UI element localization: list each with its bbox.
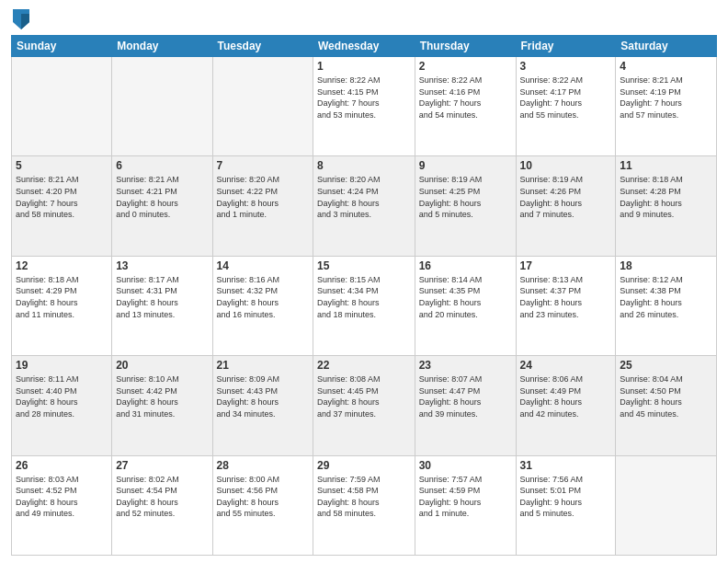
calendar-cell [616,455,717,555]
day-info: Sunrise: 8:03 AM Sunset: 4:52 PM Dayligh… [16,474,108,520]
calendar-page: SundayMondayTuesdayWednesdayThursdayFrid… [0,0,728,563]
day-number: 22 [317,359,411,372]
day-number: 1 [317,60,411,73]
calendar-cell: 24Sunrise: 8:06 AM Sunset: 4:49 PM Dayli… [516,356,616,455]
day-info: Sunrise: 7:56 AM Sunset: 5:01 PM Dayligh… [520,474,612,520]
day-number: 28 [217,459,309,472]
calendar-cell: 18Sunrise: 8:12 AM Sunset: 4:38 PM Dayli… [616,256,717,355]
day-number: 4 [620,60,712,73]
day-number: 12 [16,259,108,272]
day-number: 13 [116,259,208,272]
day-info: Sunrise: 8:17 AM Sunset: 4:31 PM Dayligh… [116,274,208,320]
calendar-cell: 8Sunrise: 8:20 AM Sunset: 4:24 PM Daylig… [313,156,415,256]
calendar-cell: 21Sunrise: 8:09 AM Sunset: 4:43 PM Dayli… [212,356,313,455]
day-number: 17 [520,259,612,272]
day-info: Sunrise: 8:20 AM Sunset: 4:22 PM Dayligh… [217,174,309,220]
day-header-wednesday: Wednesday [313,36,415,57]
calendar-cell: 10Sunrise: 8:19 AM Sunset: 4:26 PM Dayli… [516,156,616,256]
day-number: 3 [520,60,612,73]
day-info: Sunrise: 8:18 AM Sunset: 4:28 PM Dayligh… [620,174,712,220]
day-number: 10 [520,159,612,172]
day-number: 25 [620,359,712,372]
calendar-cell [212,57,313,156]
day-number: 24 [520,359,612,372]
calendar-cell: 26Sunrise: 8:03 AM Sunset: 4:52 PM Dayli… [12,455,112,555]
calendar-cell: 1Sunrise: 8:22 AM Sunset: 4:15 PM Daylig… [313,57,415,156]
calendar-cell: 11Sunrise: 8:18 AM Sunset: 4:28 PM Dayli… [616,156,717,256]
day-info: Sunrise: 8:10 AM Sunset: 4:42 PM Dayligh… [116,373,208,419]
day-info: Sunrise: 8:21 AM Sunset: 4:20 PM Dayligh… [16,174,108,220]
day-number: 6 [116,159,208,172]
day-info: Sunrise: 8:22 AM Sunset: 4:15 PM Dayligh… [317,75,411,121]
calendar-cell: 3Sunrise: 8:22 AM Sunset: 4:17 PM Daylig… [516,57,616,156]
day-info: Sunrise: 8:19 AM Sunset: 4:25 PM Dayligh… [419,174,512,220]
day-number: 8 [317,159,411,172]
day-info: Sunrise: 8:09 AM Sunset: 4:43 PM Dayligh… [217,373,309,419]
day-info: Sunrise: 8:13 AM Sunset: 4:37 PM Dayligh… [520,274,612,320]
day-info: Sunrise: 8:22 AM Sunset: 4:17 PM Dayligh… [520,75,612,121]
calendar-cell [12,57,112,156]
day-info: Sunrise: 8:04 AM Sunset: 4:50 PM Dayligh… [620,373,712,419]
week-row-1: 1Sunrise: 8:22 AM Sunset: 4:15 PM Daylig… [12,57,717,156]
calendar-cell: 20Sunrise: 8:10 AM Sunset: 4:42 PM Dayli… [112,356,212,455]
calendar-cell [112,57,212,156]
day-number: 26 [16,459,108,472]
header [11,9,717,29]
day-info: Sunrise: 8:08 AM Sunset: 4:45 PM Dayligh… [317,373,411,419]
day-info: Sunrise: 8:20 AM Sunset: 4:24 PM Dayligh… [317,174,411,220]
calendar-cell: 2Sunrise: 8:22 AM Sunset: 4:16 PM Daylig… [415,57,516,156]
day-info: Sunrise: 8:00 AM Sunset: 4:56 PM Dayligh… [217,474,309,520]
day-number: 14 [217,259,309,272]
day-number: 5 [16,159,108,172]
day-info: Sunrise: 8:06 AM Sunset: 4:49 PM Dayligh… [520,373,612,419]
day-info: Sunrise: 8:02 AM Sunset: 4:54 PM Dayligh… [116,474,208,520]
day-info: Sunrise: 8:14 AM Sunset: 4:35 PM Dayligh… [419,274,512,320]
day-info: Sunrise: 8:12 AM Sunset: 4:38 PM Dayligh… [620,274,712,320]
calendar-cell: 14Sunrise: 8:16 AM Sunset: 4:32 PM Dayli… [212,256,313,355]
calendar-cell: 17Sunrise: 8:13 AM Sunset: 4:37 PM Dayli… [516,256,616,355]
calendar-cell: 13Sunrise: 8:17 AM Sunset: 4:31 PM Dayli… [112,256,212,355]
day-info: Sunrise: 8:18 AM Sunset: 4:29 PM Dayligh… [16,274,108,320]
day-header-friday: Friday [516,36,616,57]
day-number: 7 [217,159,309,172]
calendar-cell: 27Sunrise: 8:02 AM Sunset: 4:54 PM Dayli… [112,455,212,555]
calendar-cell: 22Sunrise: 8:08 AM Sunset: 4:45 PM Dayli… [313,356,415,455]
day-info: Sunrise: 8:19 AM Sunset: 4:26 PM Dayligh… [520,174,612,220]
calendar-cell: 7Sunrise: 8:20 AM Sunset: 4:22 PM Daylig… [212,156,313,256]
day-header-saturday: Saturday [616,36,717,57]
day-info: Sunrise: 8:22 AM Sunset: 4:16 PM Dayligh… [419,75,512,121]
calendar-cell: 6Sunrise: 8:21 AM Sunset: 4:21 PM Daylig… [112,156,212,256]
day-number: 2 [419,60,512,73]
week-row-3: 12Sunrise: 8:18 AM Sunset: 4:29 PM Dayli… [12,256,717,355]
day-number: 23 [419,359,512,372]
day-number: 31 [520,459,612,472]
calendar-table: SundayMondayTuesdayWednesdayThursdayFrid… [11,35,717,556]
day-number: 19 [16,359,108,372]
svg-marker-1 [21,14,29,29]
day-number: 30 [419,459,512,472]
day-info: Sunrise: 8:21 AM Sunset: 4:19 PM Dayligh… [620,75,712,121]
day-info: Sunrise: 8:15 AM Sunset: 4:34 PM Dayligh… [317,274,411,320]
calendar-cell: 29Sunrise: 7:59 AM Sunset: 4:58 PM Dayli… [313,455,415,555]
day-info: Sunrise: 7:59 AM Sunset: 4:58 PM Dayligh… [317,474,411,520]
week-row-2: 5Sunrise: 8:21 AM Sunset: 4:20 PM Daylig… [12,156,717,256]
calendar-cell: 25Sunrise: 8:04 AM Sunset: 4:50 PM Dayli… [616,356,717,455]
day-info: Sunrise: 8:16 AM Sunset: 4:32 PM Dayligh… [217,274,309,320]
week-row-5: 26Sunrise: 8:03 AM Sunset: 4:52 PM Dayli… [12,455,717,555]
day-number: 21 [217,359,309,372]
days-header-row: SundayMondayTuesdayWednesdayThursdayFrid… [12,36,717,57]
week-row-4: 19Sunrise: 8:11 AM Sunset: 4:40 PM Dayli… [12,356,717,455]
day-number: 18 [620,259,712,272]
day-number: 16 [419,259,512,272]
day-header-sunday: Sunday [12,36,112,57]
day-header-thursday: Thursday [415,36,516,57]
day-info: Sunrise: 7:57 AM Sunset: 4:59 PM Dayligh… [419,474,512,520]
day-number: 29 [317,459,411,472]
day-number: 27 [116,459,208,472]
logo [11,9,33,29]
calendar-cell: 9Sunrise: 8:19 AM Sunset: 4:25 PM Daylig… [415,156,516,256]
day-info: Sunrise: 8:21 AM Sunset: 4:21 PM Dayligh… [116,174,208,220]
calendar-cell: 15Sunrise: 8:15 AM Sunset: 4:34 PM Dayli… [313,256,415,355]
day-number: 20 [116,359,208,372]
calendar-cell: 16Sunrise: 8:14 AM Sunset: 4:35 PM Dayli… [415,256,516,355]
